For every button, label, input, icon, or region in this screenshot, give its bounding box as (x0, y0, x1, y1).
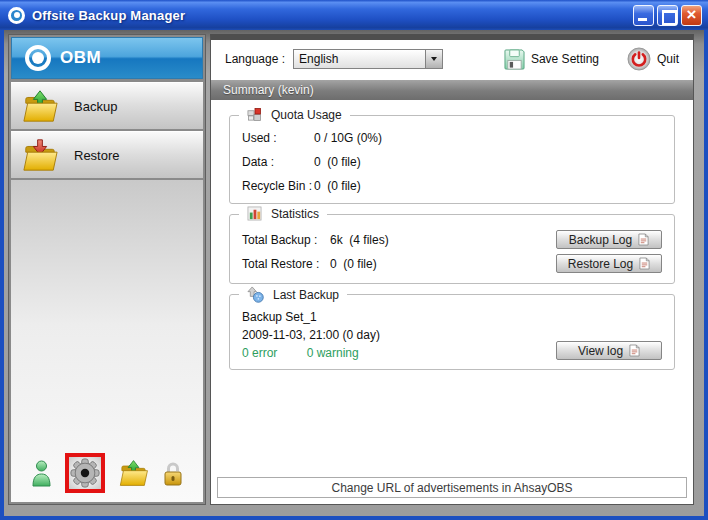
dropdown-arrow-button[interactable] (425, 50, 442, 68)
content-area: OBM Backup Restore (4, 30, 704, 516)
total-restore-label: Total Restore : (242, 257, 330, 271)
language-selected-value: English (294, 50, 425, 68)
sidebar-item-restore[interactable]: Restore (11, 131, 203, 179)
upload-globe-icon (247, 286, 264, 303)
user-profile-button[interactable] (31, 460, 52, 487)
summary-header: Summary (kevin) (211, 80, 693, 100)
bar-chart-icon (247, 206, 262, 221)
quota-usage-legend: Quota Usage (239, 107, 350, 122)
backup-set-name: Backup Set_1 (242, 310, 662, 324)
sidebar-item-label: Restore (74, 148, 120, 163)
view-log-label: View log (578, 344, 623, 358)
statistics-legend: Statistics (239, 206, 327, 221)
quota-row-recycle: Recycle Bin : 0 (0 file) (242, 179, 662, 193)
close-button[interactable] (681, 5, 702, 26)
quota-used-label: Used : (242, 131, 314, 145)
statistics-title: Statistics (271, 207, 319, 221)
backup-log-label: Backup Log (569, 233, 632, 247)
stat-row-backup: Total Backup : 6k (4 files) Backup Log (242, 230, 662, 249)
quota-row-data: Data : 0 (0 file) (242, 155, 662, 169)
restore-folder-down-icon (21, 137, 59, 173)
app-logo-icon (8, 7, 25, 24)
restore-log-label: Restore Log (568, 257, 633, 271)
chevron-down-icon (431, 57, 437, 61)
sidebar-panel (11, 180, 203, 502)
backup-log-button[interactable]: Backup Log (556, 230, 662, 249)
quota-used-value: 0 / 10G (0%) (314, 131, 382, 145)
quota-recycle-label: Recycle Bin : (242, 179, 314, 193)
sidebar-footer-icons (11, 453, 203, 493)
settings-button-highlighted[interactable] (65, 453, 105, 493)
advertisement-banner[interactable]: Change URL of advertisements in AhsayOBS (217, 477, 687, 498)
quota-data-value: 0 (0 file) (314, 155, 361, 169)
floppy-disk-icon (504, 49, 525, 70)
document-icon (629, 344, 640, 357)
obm-logo-banner: OBM (11, 37, 203, 79)
save-setting-label: Save Setting (531, 52, 599, 66)
total-backup-label: Total Backup : (242, 233, 330, 247)
statistics-groupbox: Statistics Total Backup : 6k (4 files) B… (229, 214, 675, 284)
view-log-button[interactable]: View log (556, 341, 662, 360)
restore-log-button[interactable]: Restore Log (556, 254, 662, 273)
last-backup-groupbox: Last Backup Backup Set_1 2009-11-03, 21:… (229, 294, 675, 370)
save-setting-button[interactable]: Save Setting (504, 49, 599, 70)
user-icon (31, 460, 52, 487)
quit-button[interactable]: Quit (627, 47, 679, 71)
quota-data-label: Data : (242, 155, 314, 169)
maximize-button[interactable] (657, 5, 678, 26)
quota-row-used: Used : 0 / 10G (0%) (242, 131, 662, 145)
minimize-button[interactable] (633, 5, 654, 26)
backup-folder-up-icon (21, 88, 59, 124)
quota-blocks-icon (247, 107, 262, 122)
sidebar-item-backup[interactable]: Backup (11, 82, 203, 130)
stat-row-restore: Total Restore : 0 (0 file) Restore Log (242, 254, 662, 273)
app-window: Offsite Backup Manager OBM Backup (0, 0, 708, 520)
quota-usage-title: Quota Usage (271, 108, 342, 122)
summary-title: Summary (kevin) (223, 83, 314, 97)
title-bar: Offsite Backup Manager (0, 0, 708, 30)
main-panel: Language : English Save Setting (210, 34, 694, 505)
advertisement-text: Change URL of advertisements in AhsayOBS (331, 481, 572, 495)
last-backup-title: Last Backup (273, 288, 339, 302)
quota-recycle-value: 0 (0 file) (314, 179, 361, 193)
gear-icon (70, 458, 100, 488)
folder-export-icon (118, 458, 149, 488)
document-icon (639, 257, 650, 270)
total-backup-value: 6k (4 files) (330, 233, 556, 247)
warning-count: 0 warning (307, 346, 359, 360)
quit-label: Quit (657, 52, 679, 66)
export-backup-set-button[interactable] (118, 458, 149, 488)
toolbar: Language : English Save Setting (211, 40, 693, 78)
error-count: 0 error (242, 346, 277, 360)
encryption-button[interactable] (162, 460, 184, 487)
sidebar-item-label: Backup (74, 99, 117, 114)
obm-logo-text: OBM (60, 48, 101, 68)
window-title: Offsite Backup Manager (32, 8, 630, 23)
document-icon (638, 233, 649, 246)
obm-logo-icon (25, 45, 51, 71)
power-icon (627, 47, 651, 71)
quota-usage-groupbox: Quota Usage Used : 0 / 10G (0%) Data : 0… (229, 115, 675, 204)
language-select[interactable]: English (293, 49, 443, 69)
lock-icon (162, 460, 184, 487)
backup-timestamp: 2009-11-03, 21:00 (0 day) (242, 328, 662, 342)
total-restore-value: 0 (0 file) (330, 257, 556, 271)
sidebar: OBM Backup Restore (8, 34, 206, 505)
summary-body: Quota Usage Used : 0 / 10G (0%) Data : 0… (211, 100, 693, 504)
last-backup-legend: Last Backup (239, 286, 347, 303)
language-label: Language : (225, 52, 285, 66)
